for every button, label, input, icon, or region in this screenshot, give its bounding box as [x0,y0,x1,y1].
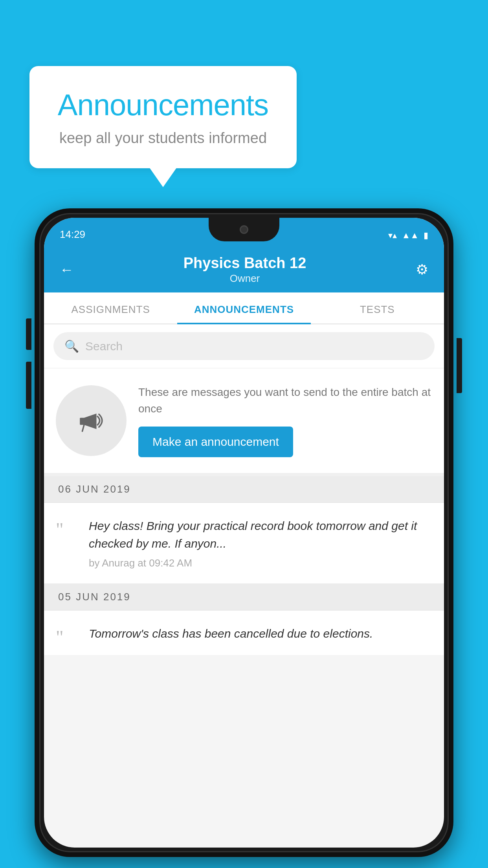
search-box[interactable]: 🔍 Search [53,332,435,360]
announcement-item-1[interactable]: " Hey class! Bring your practical record… [44,503,444,584]
announcement-text-1: Hey class! Bring your practical record b… [89,517,432,552]
header-subtitle: Owner [183,272,306,285]
speech-bubble-title: Announcements [53,88,273,122]
battery-icon: ▮ [424,230,428,241]
tabs-bar: ASSIGNMENTS ANNOUNCEMENTS TESTS [44,292,444,324]
search-icon: 🔍 [64,339,79,353]
app-header: ← Physics Batch 12 Owner ⚙ [44,245,444,292]
phone-button-vol-up [26,318,31,350]
status-icons: ▾▴ ▲▲ ▮ [388,230,428,241]
header-title: Physics Batch 12 [183,255,306,272]
settings-icon[interactable]: ⚙ [416,261,428,278]
date-separator-2: 05 JUN 2019 [44,584,444,611]
search-container: 🔍 Search [44,324,444,368]
quote-icon-1: " [56,520,79,539]
svg-rect-0 [80,418,85,425]
prompt-description: These are messages you want to send to t… [138,384,432,417]
phone-screen: 14:29 ▾▴ ▲▲ ▮ ← Physics Batch 12 Owner ⚙… [44,218,444,848]
announcement-meta-1: by Anurag at 09:42 AM [89,557,432,569]
tab-tests[interactable]: TESTS [311,292,444,324]
announcement-prompt: These are messages you want to send to t… [44,368,444,476]
date-separator-1: 06 JUN 2019 [44,476,444,503]
announcement-prompt-right: These are messages you want to send to t… [138,384,432,457]
phone-button-vol-down [26,362,31,409]
announcement-icon-circle [56,385,127,456]
phone-frame: 14:29 ▾▴ ▲▲ ▮ ← Physics Batch 12 Owner ⚙… [35,208,453,857]
search-input[interactable]: Search [85,340,123,353]
phone-button-power [457,338,462,393]
announcement-item-2[interactable]: " Tomorrow's class has been cancelled du… [44,611,444,655]
wifi-icon: ▾▴ [388,230,397,241]
announcement-content-2: Tomorrow's class has been cancelled due … [89,625,432,647]
speech-bubble-subtitle: keep all your students informed [53,130,273,147]
back-button[interactable]: ← [60,261,74,278]
phone-notch [209,218,279,241]
tab-announcements[interactable]: ANNOUNCEMENTS [177,292,310,324]
tab-assignments[interactable]: ASSIGNMENTS [44,292,177,324]
quote-icon-2: " [56,628,79,647]
announcement-content-1: Hey class! Bring your practical record b… [89,517,432,569]
header-center: Physics Batch 12 Owner [183,255,306,285]
signal-icon: ▲▲ [402,230,419,241]
megaphone-icon [73,403,109,438]
speech-bubble: Announcements keep all your students inf… [29,66,297,168]
announcement-text-2: Tomorrow's class has been cancelled due … [89,625,432,642]
svg-line-1 [83,425,84,431]
make-announcement-button[interactable]: Make an announcement [138,427,293,457]
phone-container: 14:29 ▾▴ ▲▲ ▮ ← Physics Batch 12 Owner ⚙… [35,208,453,857]
front-camera [240,225,248,234]
status-time: 14:29 [60,228,85,241]
